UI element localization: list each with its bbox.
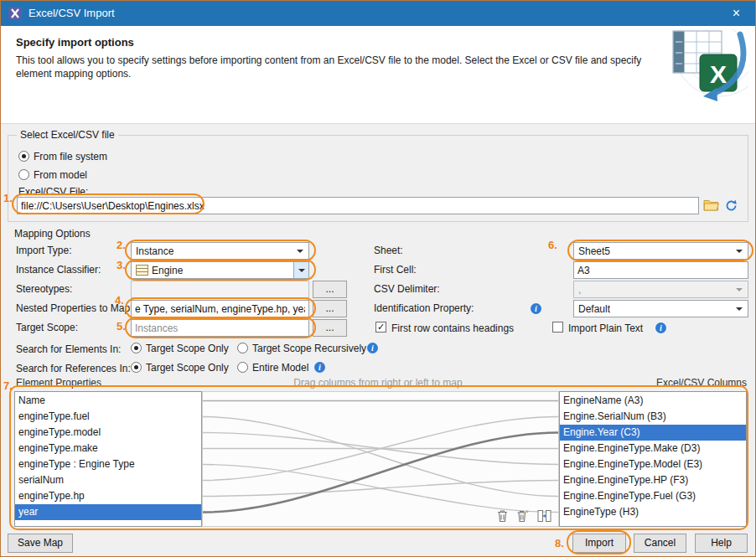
import-plain-text-label[interactable]: Import Plain Text <box>568 322 643 334</box>
radio-label: Target Scope Recursively <box>252 343 366 354</box>
excel-column-item[interactable]: Engine.EngineType.Make (D3) <box>560 441 746 456</box>
first-cell-input[interactable] <box>573 261 748 279</box>
first-row-headings-checkbox[interactable]: ✓ <box>375 322 386 333</box>
excel-column-item[interactable]: Engine.SerialNum (B3) <box>560 409 746 425</box>
element-property-item[interactable]: engineType.model <box>15 425 201 441</box>
first-cell-label: First Cell: <box>374 264 417 276</box>
magicdraw-app-icon <box>8 7 22 20</box>
sheet-label: Sheet: <box>374 245 403 256</box>
chevron-down-icon[interactable] <box>293 262 308 278</box>
annotation-3: 3. <box>117 259 126 271</box>
file-path-input[interactable] <box>17 197 699 214</box>
element-property-item[interactable]: engineType : Engine Type <box>15 456 201 472</box>
radio-elements-target-scope-only[interactable]: Target Scope Only <box>131 342 229 354</box>
csv-delimiter-combo[interactable]: , <box>573 281 748 298</box>
group-legend: Select Excel/CSV file <box>17 129 118 141</box>
element-property-item[interactable]: Name <box>15 393 201 409</box>
save-map-button[interactable]: Save Map <box>8 534 73 553</box>
annotation-4: 4. <box>115 294 124 307</box>
radio-references-target-scope-only[interactable]: Target Scope Only <box>131 361 229 374</box>
import-button[interactable]: Import <box>572 534 626 553</box>
annotation-2: 2. <box>117 239 126 251</box>
csv-delimiter-label: CSV Delimiter: <box>374 283 440 295</box>
file-field-label: Excel/CSV File: <box>18 186 88 198</box>
chevron-down-icon <box>736 288 743 291</box>
radio-selected-icon <box>131 362 142 373</box>
excel-column-item[interactable]: Engine.EngineType.Model (E3) <box>560 456 746 472</box>
dialog-header: Specify import options This tool allows … <box>1 26 755 124</box>
radio-from-model[interactable]: From model <box>18 168 87 181</box>
excel-column-item[interactable]: EngineType (H3) <box>560 504 746 520</box>
element-property-item[interactable]: engineType.hp <box>15 488 201 504</box>
radio-from-file-system[interactable]: From file system <box>18 150 107 162</box>
radio-label: Target Scope Only <box>146 362 229 374</box>
help-button[interactable]: Help <box>695 534 748 553</box>
nested-properties-input[interactable] <box>131 300 309 317</box>
mapping-canvas[interactable] <box>202 391 559 527</box>
chevron-down-icon <box>736 250 743 253</box>
delete-all-mappings-icon[interactable] <box>516 509 530 523</box>
element-property-item-selected[interactable]: year <box>15 504 201 520</box>
identification-property-label: Identification Property: <box>374 302 474 314</box>
target-scope-label: Target Scope: <box>16 322 78 333</box>
open-folder-icon[interactable] <box>702 196 720 214</box>
import-type-combo[interactable]: Instance <box>131 242 309 260</box>
titlebar[interactable]: Excel/CSV Import × <box>1 1 755 26</box>
class-icon <box>136 265 148 276</box>
info-icon[interactable]: i <box>314 362 325 373</box>
excel-column-item[interactable]: EngineName (A3) <box>560 393 746 409</box>
cancel-button[interactable]: Cancel <box>634 534 686 553</box>
chevron-down-icon <box>297 250 303 253</box>
identification-property-combo[interactable]: Default <box>573 300 748 317</box>
window-title: Excel/CSV Import <box>28 1 115 26</box>
stereotypes-label: Stereotypes: <box>16 283 72 295</box>
close-icon[interactable]: × <box>717 1 755 26</box>
mapping-options-label: Mapping Options <box>14 228 91 240</box>
mapping-lines <box>203 392 558 526</box>
info-icon[interactable]: i <box>367 343 378 353</box>
stereotypes-input[interactable] <box>131 281 309 298</box>
combo-value: , <box>578 284 581 296</box>
import-plain-text-checkbox[interactable] <box>552 322 563 333</box>
stereotypes-browse-button[interactable]: ... <box>313 281 347 298</box>
annotation-6: 6. <box>548 239 557 251</box>
search-elements-label: Search for Elements In: <box>16 343 121 355</box>
refresh-icon[interactable] <box>722 197 739 214</box>
radio-references-entire-model[interactable]: Entire Model <box>237 361 308 374</box>
excel-column-item[interactable]: Engine.EngineType.Fuel (G3) <box>560 488 746 504</box>
info-icon[interactable]: i <box>531 303 541 314</box>
combo-value: Instance <box>136 245 173 257</box>
combo-value: Default <box>578 303 610 315</box>
excel-column-item[interactable]: Engine.EngineType.HP (F3) <box>560 472 746 488</box>
radio-unselected-icon <box>237 343 248 353</box>
annotation-8: 8. <box>555 537 564 549</box>
element-property-item[interactable]: engineType.make <box>15 441 201 456</box>
info-icon[interactable]: i <box>655 322 666 333</box>
first-row-headings-label[interactable]: First row contains headings <box>391 322 514 334</box>
excel-column-item-selected[interactable]: Engine.Year (C3) <box>560 425 746 441</box>
sheet-combo[interactable]: Sheet5 <box>573 242 748 260</box>
radio-label: Entire Model <box>252 362 308 374</box>
element-properties-list: Name engineType.fuel engineType.model en… <box>14 391 202 527</box>
element-property-item[interactable]: engineType.fuel <box>15 409 201 425</box>
nested-properties-browse-button[interactable]: ... <box>313 300 347 317</box>
radio-label: Target Scope Only <box>146 343 229 354</box>
search-references-label: Search for References In: <box>16 363 131 374</box>
drag-hint: Drag columns from right or left to map <box>210 377 546 389</box>
target-scope-input[interactable] <box>131 319 309 337</box>
radio-elements-target-scope-recursively[interactable]: Target Scope Recursively <box>237 342 366 354</box>
file-select-group: Select Excel/CSV file From file system F… <box>8 135 748 222</box>
instance-classifier-label: Instance Classifier: <box>16 264 101 276</box>
excel-csv-import-dialog: Excel/CSV Import × Specify import option… <box>0 0 756 557</box>
annotation-5: 5. <box>117 320 126 333</box>
element-property-item[interactable]: serialNum <box>15 472 201 488</box>
target-scope-browse-button[interactable]: ... <box>313 319 347 337</box>
radio-unselected-icon <box>18 169 29 180</box>
instance-classifier-combo[interactable]: Engine <box>131 261 309 279</box>
page-description: This tool allows you to specify settings… <box>16 54 643 80</box>
excel-columns-header: Excel/CSV Columns <box>579 377 747 389</box>
radio-unselected-icon <box>237 362 248 373</box>
radio-label: From model <box>34 169 87 181</box>
map-by-column-order-icon[interactable] <box>537 509 551 523</box>
delete-mapping-icon[interactable] <box>496 509 509 523</box>
